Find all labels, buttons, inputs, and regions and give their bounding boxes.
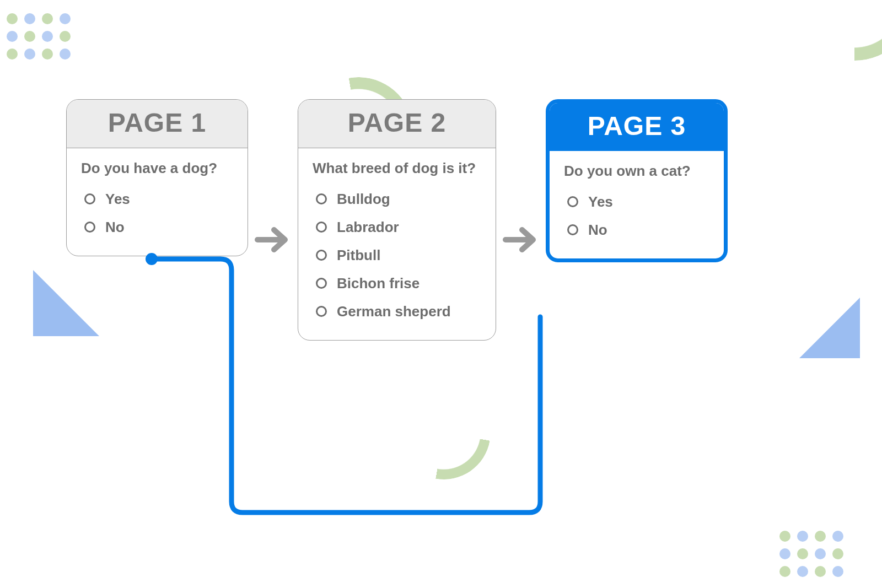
radio-icon (316, 193, 327, 204)
question-text: What breed of dog is it? (313, 159, 481, 177)
options-list: Yes No (81, 185, 233, 241)
page-title: PAGE 1 (67, 100, 248, 148)
diagram-stage: PAGE 1 Do you have a dog? Yes No PAGE 2 … (0, 0, 882, 588)
arrow-right-icon (255, 223, 293, 256)
radio-icon (316, 306, 327, 317)
option-item: German sheperd (313, 298, 481, 326)
option-item: Yes (564, 188, 709, 216)
option-label: No (588, 222, 607, 239)
radio-icon (84, 222, 95, 233)
option-label: Labrador (337, 219, 399, 236)
radio-icon (316, 250, 327, 261)
option-label: Bulldog (337, 191, 390, 208)
arrow-right-icon (503, 223, 541, 256)
option-label: Yes (588, 193, 613, 211)
option-item: Pitbull (313, 241, 481, 269)
option-label: Bichon frise (337, 275, 420, 292)
option-item: Labrador (313, 213, 481, 241)
option-item: Yes (81, 185, 233, 213)
radio-icon (567, 196, 578, 207)
option-label: No (105, 219, 125, 236)
option-label: Yes (105, 191, 130, 208)
survey-page-card-2: PAGE 2 What breed of dog is it? Bulldog … (298, 99, 496, 341)
page-title: PAGE 3 (550, 103, 724, 151)
question-text: Do you own a cat? (564, 162, 709, 180)
radio-icon (316, 278, 327, 289)
option-item: Bichon frise (313, 269, 481, 298)
question-text: Do you have a dog? (81, 159, 233, 177)
survey-page-card-3: PAGE 3 Do you own a cat? Yes No (546, 99, 728, 262)
survey-page-card-1: PAGE 1 Do you have a dog? Yes No (66, 99, 248, 256)
option-item: No (564, 216, 709, 244)
options-list: Bulldog Labrador Pitbull Bichon frise Ge… (313, 185, 481, 326)
option-item: Bulldog (313, 185, 481, 213)
radio-icon (567, 224, 578, 235)
option-item: No (81, 213, 233, 241)
radio-icon (84, 193, 95, 204)
page-body: Do you have a dog? Yes No (67, 148, 248, 256)
options-list: Yes No (564, 188, 709, 244)
radio-icon (316, 222, 327, 233)
page-title: PAGE 2 (298, 100, 496, 148)
option-label: German sheperd (337, 303, 451, 320)
page-body: What breed of dog is it? Bulldog Labrado… (298, 148, 496, 340)
page-body: Do you own a cat? Yes No (550, 151, 724, 258)
option-label: Pitbull (337, 247, 380, 264)
